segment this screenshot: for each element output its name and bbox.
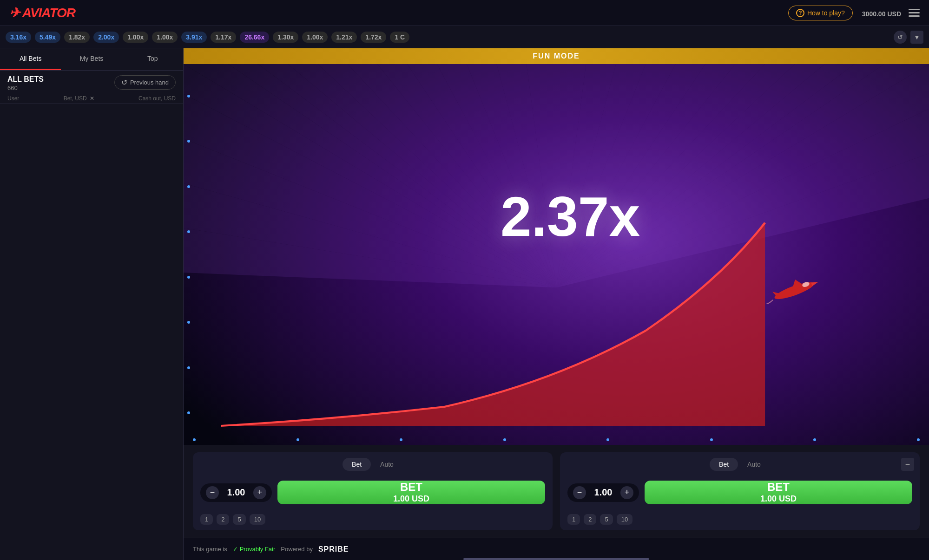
mult-badge[interactable]: 26.66x [240, 32, 269, 43]
auto-tab-2[interactable]: Auto [738, 458, 770, 471]
amount-value-1: 1.00 [224, 487, 248, 498]
bet-panel-1: Bet Auto − 1.00 + BET 1.00 USD [193, 452, 553, 530]
how-to-play-button[interactable]: ? How to play? [788, 6, 853, 20]
menu-icon[interactable] [909, 9, 920, 17]
mult-badge[interactable]: 1 C [390, 32, 409, 43]
mult-badge[interactable]: 1.72x [361, 32, 386, 43]
refresh-icon: ↺ [121, 78, 127, 87]
increase-amount-1[interactable]: + [253, 486, 266, 499]
balance-display: 3000.00USD [860, 7, 901, 19]
quick-10-btn-2[interactable]: 10 [617, 514, 633, 525]
quick-10-btn-1[interactable]: 10 [250, 514, 265, 525]
bottom-dot [193, 438, 196, 441]
auto-tab-1[interactable]: Auto [371, 458, 403, 471]
history-button[interactable]: ↺ [894, 31, 907, 44]
remove-panel-button[interactable]: − [901, 458, 914, 471]
previous-hand-button[interactable]: ↺ Previous hand [114, 75, 176, 90]
bottom-controls: Bet Auto − 1.00 + BET 1.00 USD [184, 445, 929, 538]
side-dot [187, 411, 190, 414]
footer-this-game: This game is [193, 546, 227, 553]
mult-badge[interactable]: 3.91x [181, 32, 207, 43]
tab-my-bets[interactable]: My Bets [61, 48, 122, 70]
all-bets-header: ALL BETS 660 [7, 75, 44, 91]
side-dot [187, 276, 190, 279]
mult-badge[interactable]: 1.00x [152, 32, 178, 43]
side-dot [187, 230, 190, 233]
quick-1-btn-1[interactable]: 1 [200, 514, 213, 525]
multiplier-display: 2.37x [501, 184, 640, 248]
all-bets-title: ALL BETS [7, 75, 44, 84]
bottom-dot [813, 438, 816, 441]
quick-5-btn-2[interactable]: 5 [600, 514, 613, 525]
quick-amounts-1: 1 2 5 10 [200, 514, 545, 525]
main-layout: All Bets My Bets Top ALL BETS 660 ↺ Prev… [0, 48, 929, 560]
bets-tabs: All Bets My Bets Top [0, 48, 183, 71]
bet-tab-1[interactable]: Bet [343, 458, 371, 471]
side-dots [187, 64, 190, 445]
check-icon: ✓ [233, 546, 238, 553]
quick-2-btn-1[interactable]: 2 [217, 514, 229, 525]
quick-amounts-2: 1 2 5 10 [567, 514, 912, 525]
bet-button-1[interactable]: BET 1.00 USD [277, 481, 545, 504]
fun-mode-banner: FUN MODE [184, 48, 929, 64]
game-area: FUN MODE [184, 48, 929, 560]
bets-count: 660 [7, 85, 44, 91]
quick-1-btn-2[interactable]: 1 [567, 514, 580, 525]
quick-5-btn-1[interactable]: 5 [233, 514, 245, 525]
sort-x-icon[interactable]: ✕ [90, 95, 94, 102]
mult-badge[interactable]: 1.30x [273, 32, 298, 43]
svg-marker-34 [811, 280, 819, 286]
col-header-user: User [7, 95, 64, 102]
game-canvas: 2.37x [184, 64, 929, 445]
decrease-amount-1[interactable]: − [206, 486, 219, 499]
bottom-dot [606, 438, 609, 441]
col-header-bet: Bet, USD ✕ [64, 95, 120, 102]
bottom-dot [296, 438, 299, 441]
bet-button-2[interactable]: BET 1.00 USD [645, 481, 912, 504]
header-right: ? How to play? 3000.00USD [788, 6, 920, 20]
mult-badge[interactable]: 5.49x [35, 32, 60, 43]
bet-tabs-2: Bet Auto − [567, 458, 912, 471]
amount-stepper-1: − 1.00 + [200, 483, 272, 502]
footer-powered: Powered by [281, 546, 313, 553]
mult-badge[interactable]: 1.82x [64, 32, 90, 43]
scroll-right-button[interactable]: ▼ [910, 31, 923, 44]
footer-bar [463, 558, 649, 560]
provably-fair[interactable]: ✓ Provably Fair [233, 546, 276, 553]
table-headers: User Bet, USD ✕ Cash out, USD [0, 93, 183, 104]
bottom-dot [400, 438, 402, 441]
tab-top[interactable]: Top [122, 48, 183, 70]
decrease-amount-2[interactable]: − [573, 486, 586, 499]
side-dot [187, 140, 190, 143]
side-dot [187, 185, 190, 188]
bet-panel-2: Bet Auto − − 1.00 + BET 1.00 USD [560, 452, 920, 530]
side-dot [187, 366, 190, 369]
footer: This game is ✓ Provably Fair Powered by … [184, 538, 929, 560]
mult-badge[interactable]: 3.16x [6, 32, 31, 43]
mult-badge[interactable]: 1.21x [331, 32, 357, 43]
spribe-logo: SPRIBE [318, 545, 349, 553]
logo: ✈ AVIATOR [9, 5, 75, 20]
tab-all-bets[interactable]: All Bets [0, 48, 61, 70]
bottom-dot [710, 438, 713, 441]
mult-badge[interactable]: 1.00x [123, 32, 148, 43]
header: ✈ AVIATOR ? How to play? 3000.00USD [0, 0, 929, 26]
amount-value-2: 1.00 [592, 487, 615, 498]
col-header-cashout: Cash out, USD [119, 95, 176, 102]
side-dot [187, 321, 190, 324]
bottom-dot [917, 438, 920, 441]
mult-badge[interactable]: 1.00x [302, 32, 328, 43]
bet-tab-2[interactable]: Bet [710, 458, 738, 471]
bottom-dot [503, 438, 506, 441]
side-dot [187, 95, 190, 98]
mult-badge[interactable]: 2.00x [93, 32, 119, 43]
mult-badge[interactable]: 1.17x [211, 32, 236, 43]
bet-tabs-1: Bet Auto [200, 458, 545, 471]
quick-2-btn-2[interactable]: 2 [584, 514, 596, 525]
plane [766, 276, 822, 306]
bets-list [0, 104, 183, 560]
increase-amount-2[interactable]: + [620, 486, 633, 499]
left-panel: All Bets My Bets Top ALL BETS 660 ↺ Prev… [0, 48, 184, 560]
amount-stepper-2: − 1.00 + [567, 483, 639, 502]
multiplier-bar: 3.16x 5.49x 1.82x 2.00x 1.00x 1.00x 3.91… [0, 26, 929, 48]
